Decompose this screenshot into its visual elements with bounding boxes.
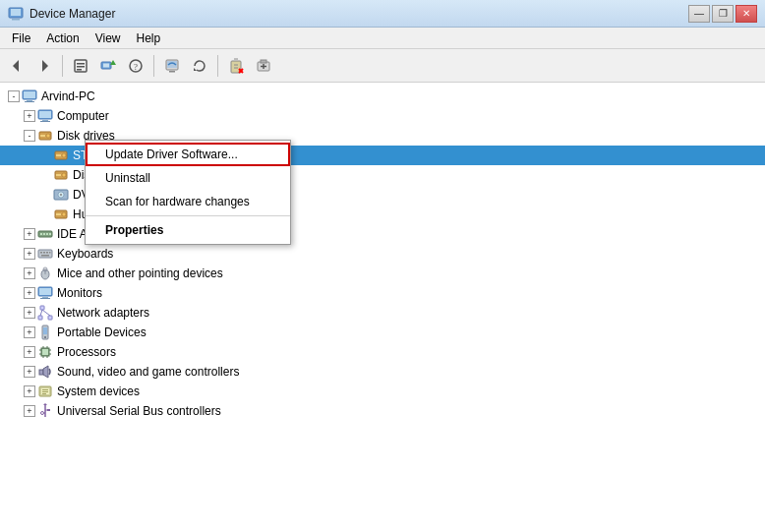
toolbar-help[interactable]: ? bbox=[123, 53, 148, 79]
tree-item-processors[interactable]: + Processors bbox=[0, 342, 765, 362]
expand-network[interactable]: + bbox=[24, 307, 35, 319]
tree-item-network[interactable]: + Network adapters bbox=[0, 303, 765, 323]
svg-rect-16 bbox=[169, 71, 175, 73]
expand-keyboards[interactable]: + bbox=[24, 248, 35, 260]
svg-rect-53 bbox=[43, 233, 45, 235]
device-tree[interactable]: - Arvind-PC + bbox=[0, 83, 765, 532]
toolbar-add[interactable] bbox=[251, 53, 276, 79]
expand-ide[interactable]: + bbox=[24, 228, 35, 240]
svg-rect-68 bbox=[40, 298, 50, 299]
expand-system[interactable]: + bbox=[24, 385, 35, 397]
svg-rect-91 bbox=[42, 389, 48, 390]
svg-rect-96 bbox=[47, 409, 50, 411]
svg-marker-95 bbox=[43, 403, 47, 405]
dis-icon bbox=[53, 167, 69, 183]
menu-action[interactable]: Action bbox=[38, 28, 87, 48]
context-menu: Update Driver Software... Uninstall Scan… bbox=[85, 140, 291, 245]
svg-rect-2 bbox=[11, 9, 21, 16]
svg-rect-59 bbox=[46, 252, 48, 254]
ide-icon bbox=[37, 226, 53, 242]
svg-rect-78 bbox=[42, 349, 48, 355]
root-label: Arvind-PC bbox=[41, 89, 95, 103]
svg-rect-56 bbox=[38, 250, 52, 258]
svg-rect-92 bbox=[42, 391, 48, 392]
menu-view[interactable]: View bbox=[88, 28, 129, 48]
tree-item-mice[interactable]: + Mice and other pointing devices bbox=[0, 264, 765, 283]
svg-rect-10 bbox=[103, 63, 109, 67]
svg-rect-7 bbox=[77, 66, 85, 68]
computer-sub-icon bbox=[37, 108, 53, 124]
expand-sound[interactable]: + bbox=[24, 366, 35, 378]
menu-help[interactable]: Help bbox=[129, 28, 169, 48]
dvd-icon bbox=[53, 187, 69, 203]
svg-rect-87 bbox=[39, 370, 43, 375]
toolbar-properties[interactable] bbox=[68, 53, 93, 79]
usb-label: Universal Serial Bus controllers bbox=[57, 404, 221, 418]
context-menu-properties[interactable]: Properties bbox=[86, 218, 290, 242]
monitor-icon bbox=[37, 285, 53, 301]
app-icon bbox=[8, 6, 24, 22]
svg-rect-38 bbox=[40, 135, 45, 137]
tree-item-usb[interactable]: + Universal Serial Bus controllers bbox=[0, 401, 765, 421]
expand-mice[interactable]: + bbox=[24, 267, 35, 279]
svg-rect-71 bbox=[48, 316, 52, 320]
close-button[interactable]: ✕ bbox=[736, 5, 757, 23]
restore-button[interactable]: ❐ bbox=[712, 5, 734, 23]
svg-rect-6 bbox=[77, 63, 85, 65]
svg-rect-75 bbox=[43, 327, 47, 334]
tree-item-keyboards[interactable]: + Keyboards bbox=[0, 244, 765, 264]
context-menu-uninstall[interactable]: Uninstall bbox=[86, 166, 290, 190]
svg-rect-58 bbox=[43, 252, 45, 254]
toolbar-back[interactable] bbox=[4, 53, 29, 79]
tree-item-monitors[interactable]: + Monitors bbox=[0, 283, 765, 303]
svg-line-72 bbox=[40, 310, 42, 316]
portable-icon bbox=[37, 325, 53, 340]
svg-marker-4 bbox=[42, 60, 48, 72]
context-menu-separator bbox=[86, 215, 290, 216]
toolbar-refresh[interactable] bbox=[187, 53, 212, 79]
svg-rect-1 bbox=[12, 19, 20, 21]
expand-computer[interactable]: + bbox=[24, 110, 35, 122]
svg-marker-88 bbox=[43, 366, 48, 378]
tree-item-system[interactable]: + System devices bbox=[0, 382, 765, 401]
expand-portable[interactable]: + bbox=[24, 326, 35, 338]
toolbar-sep-1 bbox=[62, 55, 63, 77]
svg-rect-50 bbox=[56, 213, 61, 215]
toolbar-sep-2 bbox=[153, 55, 154, 77]
sound-icon bbox=[37, 364, 53, 380]
window-title: Device Manager bbox=[29, 7, 115, 21]
menu-file[interactable]: File bbox=[4, 28, 38, 48]
portable-label: Portable Devices bbox=[57, 325, 147, 339]
expand-root[interactable]: - bbox=[8, 90, 20, 102]
computer-label: Computer bbox=[57, 109, 109, 123]
processors-label: Processors bbox=[57, 345, 116, 359]
expand-disk-drives[interactable]: - bbox=[24, 130, 35, 142]
system-label: System devices bbox=[57, 384, 140, 398]
svg-rect-33 bbox=[39, 111, 51, 118]
svg-rect-35 bbox=[40, 121, 50, 122]
hdd1-icon bbox=[53, 148, 69, 163]
usb-icon bbox=[37, 403, 53, 419]
minimize-button[interactable]: — bbox=[688, 5, 710, 23]
context-menu-update-driver[interactable]: Update Driver Software... bbox=[86, 143, 290, 166]
tree-item-portable[interactable]: + Portable Devices bbox=[0, 323, 765, 342]
network-label: Network adapters bbox=[57, 306, 149, 320]
keyboards-label: Keyboards bbox=[57, 247, 113, 261]
toolbar-uninstall[interactable] bbox=[223, 53, 249, 79]
cpu-icon bbox=[37, 344, 53, 360]
svg-rect-44 bbox=[56, 174, 61, 176]
tree-item-computer[interactable]: + Computer bbox=[0, 106, 765, 126]
hu-icon bbox=[53, 207, 69, 222]
toolbar-update[interactable] bbox=[95, 53, 121, 79]
toolbar-forward[interactable] bbox=[31, 53, 57, 79]
tree-item-root[interactable]: - Arvind-PC bbox=[0, 87, 765, 106]
expand-processors[interactable]: + bbox=[24, 346, 35, 358]
network-icon bbox=[37, 305, 53, 321]
tree-item-sound[interactable]: + Sound, video and game controllers bbox=[0, 362, 765, 382]
svg-rect-25 bbox=[261, 60, 266, 63]
toolbar-scan[interactable] bbox=[159, 53, 185, 79]
expand-usb[interactable]: + bbox=[24, 405, 35, 417]
svg-rect-60 bbox=[49, 252, 51, 254]
expand-monitors[interactable]: + bbox=[24, 287, 35, 299]
context-menu-scan[interactable]: Scan for hardware changes bbox=[86, 190, 290, 213]
